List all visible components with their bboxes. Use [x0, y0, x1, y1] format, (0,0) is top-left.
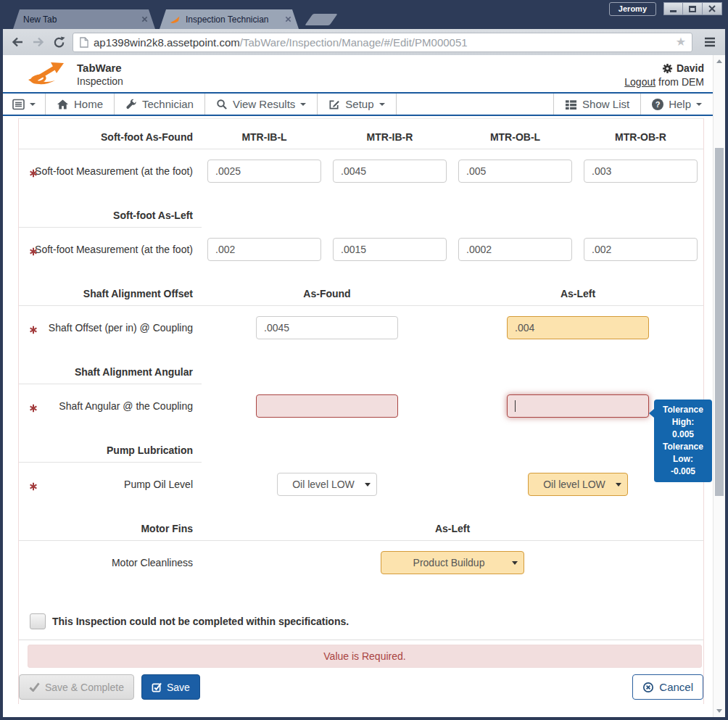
column-header: MTR-IB-L [202, 131, 327, 149]
softfoot-left-mtr-ob-l-input[interactable] [458, 238, 572, 261]
required-asterisk-icon [29, 326, 38, 334]
chevron-down-icon [300, 103, 306, 106]
app-subtitle: Inspection [77, 75, 123, 87]
tooltip-line: Tolerance Low: [655, 441, 711, 465]
wrench-icon [125, 99, 137, 110]
shaft-offset-as-left-input[interactable] [507, 316, 649, 339]
tooltip-value: -0.005 [655, 465, 711, 478]
row-shaft-angular: Shaft Angular @ the Coupling [19, 384, 703, 432]
tab-title: New Tab [23, 15, 136, 25]
nav-help[interactable]: ? Help [640, 94, 713, 115]
back-arrow-icon [10, 35, 25, 49]
tab-close-icon[interactable] [141, 16, 148, 22]
browser-toolbar: ap1398win2k8.assetpoint.com/TabWare/Insp… [3, 29, 725, 55]
required-asterisk-icon [29, 482, 38, 491]
back-button[interactable] [10, 35, 25, 49]
softfoot-found-mtr-ib-l-input[interactable] [207, 160, 321, 183]
row-softfoot-as-left: Soft-foot Measurement (at the foot) [19, 228, 703, 276]
scrollbar-thumb[interactable] [715, 148, 724, 496]
maximize-icon [689, 6, 696, 12]
motor-cleanliness-select[interactable]: Product Buildup [381, 551, 524, 574]
search-icon [216, 99, 228, 110]
reload-icon [52, 36, 66, 49]
softfoot-found-mtr-ib-r-input[interactable] [333, 160, 447, 183]
softfoot-left-mtr-ib-l-input[interactable] [207, 238, 321, 261]
nav-label: Technician [142, 98, 194, 110]
row-shaft-offset: Shaft Offset (per in) @ Coupling [19, 306, 703, 354]
tab-strip: New Tab Inspection Technician [13, 9, 334, 29]
nav-setup[interactable]: Setup [318, 94, 396, 115]
softfoot-found-mtr-ob-r-input[interactable] [584, 160, 698, 183]
section-title: Shaft Alignment Offset [19, 288, 202, 305]
section-title: Soft-foot As-Left [19, 210, 202, 228]
tabware-favicon-icon [170, 15, 181, 24]
save-and-complete-button[interactable]: Save & Complete [19, 674, 134, 700]
nav-label: Show List [582, 98, 629, 110]
scrollbar-up-arrow-icon[interactable] [716, 59, 722, 63]
row-label: Shaft Offset (per in) @ Coupling [19, 321, 202, 335]
new-tab-button[interactable] [305, 14, 337, 25]
page-icon [79, 37, 88, 48]
row-motor-cleanliness: Motor Cleanliness Product Buildup [19, 541, 703, 589]
nav-technician[interactable]: Technician [115, 94, 205, 115]
forward-arrow-icon [31, 35, 46, 49]
bookmark-star-icon[interactable]: ★ [676, 36, 686, 48]
softfoot-found-mtr-ob-l-input[interactable] [458, 160, 572, 183]
browser-profile-button[interactable]: Jeromy [609, 2, 656, 16]
tab-close-icon[interactable] [285, 16, 291, 22]
nav-menu-button[interactable] [3, 94, 46, 115]
forward-button[interactable] [31, 35, 46, 49]
gear-icon [662, 63, 673, 74]
scrollbar-down-arrow-icon[interactable] [716, 709, 722, 713]
row-label: Motor Cleanliness [19, 556, 202, 570]
nav-home[interactable]: Home [46, 94, 115, 115]
section-title: Motor Fins [19, 523, 202, 540]
shaft-offset-as-found-input[interactable] [256, 316, 398, 339]
tab-inspection-technician[interactable]: Inspection Technician [160, 9, 299, 29]
check-square-icon [152, 682, 162, 692]
page-scrollbar[interactable] [713, 55, 725, 717]
window-maximize-button[interactable] [683, 2, 703, 15]
nav-label: View Results [233, 98, 295, 110]
nav-view-results[interactable]: View Results [205, 94, 318, 115]
row-label: Soft-foot Measurement (at the foot) [19, 243, 202, 257]
window-minimize-button[interactable] [663, 2, 683, 15]
browser-menu-button[interactable] [699, 36, 721, 48]
tooltip-line: Tolerance High: [655, 404, 711, 429]
shaft-angular-as-found-input[interactable] [256, 394, 398, 418]
logout-link[interactable]: Logout [624, 76, 655, 88]
reload-button[interactable] [52, 36, 66, 49]
nav-show-list[interactable]: Show List [553, 94, 640, 115]
form-footer: Value is Required. Save & Complete Save [19, 640, 703, 704]
column-header-as-left: As-Left [202, 523, 703, 540]
pump-oil-level-as-left-select[interactable]: Oil level LOW [528, 473, 628, 496]
url-text: ap1398win2k8.assetpoint.com/TabWare/Insp… [94, 36, 468, 49]
user-menu[interactable]: David [624, 62, 704, 74]
softfoot-left-mtr-ob-r-input[interactable] [584, 238, 698, 261]
logout-row: Logout from DEM [624, 76, 704, 88]
column-header: MTR-OB-R [578, 131, 703, 149]
save-button[interactable]: Save [141, 674, 200, 700]
chevron-down-icon [365, 483, 371, 487]
close-icon [708, 5, 716, 12]
nav-label: Help [669, 98, 691, 110]
tab-new-tab[interactable]: New Tab [13, 9, 155, 29]
pump-oil-level-as-found-select[interactable]: Oil level LOW [277, 473, 377, 496]
text-cursor [515, 400, 516, 412]
softfoot-left-mtr-ib-r-input[interactable] [333, 238, 447, 261]
form-panel: Soft-foot As-Found MTR-IB-L MTR-IB-R MTR… [18, 118, 704, 704]
address-bar[interactable]: ap1398win2k8.assetpoint.com/TabWare/Insp… [73, 33, 692, 52]
column-header-as-found: As-Found [202, 288, 452, 305]
browser-window: New Tab Inspection Technician Jeromy [0, 0, 728, 720]
shaft-angular-as-left-input[interactable] [507, 394, 649, 418]
url-path: /TabWare/Inspection/Manage/#/Edit/PM0000… [240, 36, 468, 49]
row-label: Pump Oil Level [19, 478, 202, 492]
required-asterisk-icon [29, 404, 38, 413]
not-completed-checkbox[interactable] [30, 613, 46, 629]
nav-label: Setup [345, 98, 373, 110]
window-close-button[interactable] [703, 2, 722, 15]
cancel-button[interactable]: Cancel [632, 674, 703, 700]
column-header: MTR-OB-L [452, 131, 578, 149]
edit-icon [328, 99, 340, 110]
tabware-logo-icon [26, 61, 68, 88]
